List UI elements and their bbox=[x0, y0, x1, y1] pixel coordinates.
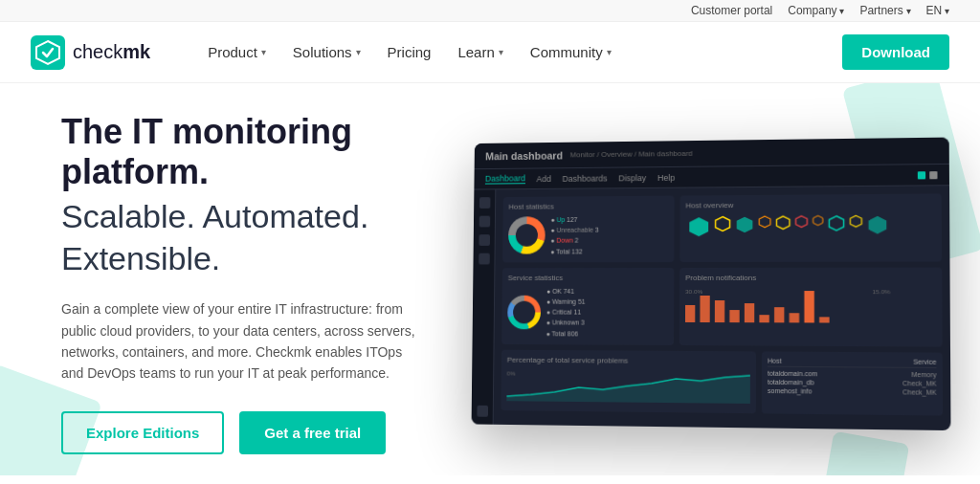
chevron-down-icon: ▾ bbox=[261, 47, 266, 57]
mockup-nav-dashboards: Dashboards bbox=[563, 173, 608, 183]
host-statistics-title: Host statistics bbox=[508, 202, 668, 211]
mockup-body: Host statistics ● Up 127 ● Unreachable 3… bbox=[472, 186, 951, 430]
svg-rect-17 bbox=[774, 307, 784, 322]
host-table-panel: Host Service totaldomain.comMemory total… bbox=[762, 351, 943, 415]
nav-links: Product ▾ Solutions ▾ Pricing Learn ▾ Co… bbox=[196, 34, 949, 70]
svg-marker-8 bbox=[829, 216, 843, 231]
hex-yellow-2 bbox=[775, 215, 791, 231]
sidebar-icon-2 bbox=[479, 216, 490, 228]
customer-portal-link[interactable]: Customer portal bbox=[691, 4, 772, 17]
hero-description: Gain a complete view of your entire IT i… bbox=[61, 298, 425, 385]
svg-text:0%: 0% bbox=[507, 371, 516, 376]
svg-marker-7 bbox=[813, 215, 823, 225]
host-stats-legend: ● Up 127 ● Unreachable 3 ● Down 2 ● Tota… bbox=[550, 214, 599, 256]
sidebar-icon-4 bbox=[479, 253, 490, 265]
svg-rect-19 bbox=[804, 291, 814, 322]
mockup-nav-display: Display bbox=[618, 173, 646, 183]
hero-content: The IT monitoring platform. Scalable. Au… bbox=[61, 112, 463, 454]
sidebar-icon-bottom bbox=[477, 406, 488, 417]
service-statistics-panel: Service statistics ● OK 741 ● Warning 51… bbox=[501, 268, 674, 345]
chevron-down-icon: ▾ bbox=[356, 47, 361, 57]
download-button[interactable]: Download bbox=[842, 34, 949, 70]
svg-rect-20 bbox=[819, 317, 830, 322]
service-stats-legend: ● OK 741 ● Warning 51 ● Critical 11 ● Un… bbox=[546, 286, 586, 339]
mockup-middle-row: Service statistics ● OK 741 ● Warning 51… bbox=[501, 267, 942, 346]
host-statistics-panel: Host statistics ● Up 127 ● Unreachable 3… bbox=[502, 196, 675, 263]
mockup-top-row: Host statistics ● Up 127 ● Unreachable 3… bbox=[502, 193, 942, 262]
sidebar-icon-5 bbox=[477, 406, 488, 417]
svg-rect-14 bbox=[729, 310, 739, 322]
mockup-sidebar bbox=[472, 189, 497, 424]
logo[interactable]: checkmk bbox=[31, 35, 150, 70]
service-problems-title: Percentage of total service problems bbox=[507, 355, 750, 365]
host-overview-title: Host overview bbox=[685, 200, 935, 210]
deco-shape-bottom-right bbox=[821, 431, 910, 475]
sidebar-icon-1 bbox=[479, 197, 490, 209]
mockup-bottom-row: Percentage of total service problems 0% … bbox=[501, 349, 943, 415]
problem-bar-chart: 30.0% 15.0% bbox=[685, 286, 936, 323]
mockup-icon-1 bbox=[918, 171, 925, 179]
svg-text:30.0%: 30.0% bbox=[685, 289, 702, 294]
table-header: Host Service totaldomain.comMemory total… bbox=[768, 357, 937, 395]
mockup-main-content: Host statistics ● Up 127 ● Unreachable 3… bbox=[494, 186, 951, 430]
mockup-icon-2 bbox=[929, 171, 937, 179]
nav-item-product[interactable]: Product ▾ bbox=[196, 36, 278, 68]
mockup-nav-dashboard: Dashboard bbox=[485, 173, 525, 184]
svg-marker-10 bbox=[868, 216, 886, 234]
svg-marker-23 bbox=[506, 373, 749, 403]
nav-item-learn[interactable]: Learn ▾ bbox=[446, 36, 514, 68]
hex-orange-2 bbox=[813, 214, 824, 226]
hex-red-1 bbox=[794, 215, 808, 229]
hex-cyan-2 bbox=[735, 215, 754, 234]
get-free-trial-button[interactable]: Get a free trial bbox=[239, 411, 386, 454]
hero-image: Main dashboard Monitor / Overview / Main… bbox=[463, 140, 949, 427]
svg-rect-12 bbox=[700, 296, 709, 322]
dashboard-mockup: Main dashboard Monitor / Overview / Main… bbox=[472, 138, 951, 431]
mockup-nav-help: Help bbox=[657, 172, 675, 182]
svg-marker-4 bbox=[759, 216, 770, 228]
hex-cyan-3 bbox=[867, 214, 889, 235]
nav-item-pricing[interactable]: Pricing bbox=[376, 36, 443, 68]
hex-cyan-outline bbox=[828, 214, 845, 231]
service-statistics-title: Service statistics bbox=[508, 274, 669, 282]
problem-notifications-title: Problem notifications bbox=[685, 274, 936, 282]
nav-item-community[interactable]: Community ▾ bbox=[519, 36, 623, 68]
svg-text:15.0%: 15.0% bbox=[872, 289, 890, 294]
chevron-down-icon: ▾ bbox=[607, 47, 612, 57]
host-hexagons bbox=[685, 212, 935, 240]
hero-section: The IT monitoring platform. Scalable. Au… bbox=[0, 83, 980, 475]
svg-marker-5 bbox=[777, 216, 790, 229]
utility-bar: Customer portal Company Partners EN bbox=[0, 0, 980, 22]
svg-marker-9 bbox=[850, 215, 861, 227]
mockup-breadcrumb: Monitor / Overview / Main dashboard bbox=[570, 149, 693, 159]
language-selector[interactable]: EN bbox=[926, 4, 949, 17]
svg-marker-1 bbox=[689, 217, 708, 236]
explore-editions-button[interactable]: Explore Editions bbox=[61, 411, 224, 454]
partners-link[interactable]: Partners bbox=[859, 4, 910, 17]
svg-rect-16 bbox=[759, 315, 768, 322]
svg-marker-2 bbox=[716, 217, 730, 231]
host-stats-content: ● Up 127 ● Unreachable 3 ● Down 2 ● Tota… bbox=[508, 213, 669, 256]
nav-item-solutions[interactable]: Solutions ▾ bbox=[281, 36, 372, 68]
hex-yellow-3 bbox=[849, 214, 862, 228]
svg-rect-15 bbox=[745, 303, 754, 322]
service-donut-chart bbox=[507, 295, 541, 329]
company-link[interactable]: Company bbox=[788, 4, 844, 17]
hero-buttons: Explore Editions Get a free trial bbox=[61, 411, 463, 454]
svg-rect-13 bbox=[715, 300, 724, 322]
hex-cyan-large bbox=[687, 215, 710, 238]
chevron-down-icon: ▾ bbox=[499, 47, 503, 57]
hero-title: The IT monitoring platform. bbox=[61, 112, 463, 191]
svg-rect-18 bbox=[790, 313, 799, 322]
hex-yellow bbox=[714, 215, 731, 232]
mockup-nav-add: Add bbox=[537, 174, 552, 184]
hex-orange-1 bbox=[758, 215, 771, 229]
sidebar-icon-3 bbox=[479, 234, 490, 246]
host-donut-chart bbox=[508, 217, 546, 254]
service-stats-content: ● OK 741 ● Warning 51 ● Critical 11 ● Un… bbox=[507, 286, 668, 340]
logo-text: checkmk bbox=[73, 41, 150, 63]
service-line-chart: 0% bbox=[506, 367, 750, 403]
main-nav: checkmk Product ▾ Solutions ▾ Pricing Le… bbox=[0, 22, 980, 83]
problem-notifications-panel: Problem notifications bbox=[679, 267, 943, 346]
hero-subtitle: Scalable. Automated.Extensible. bbox=[61, 195, 463, 279]
